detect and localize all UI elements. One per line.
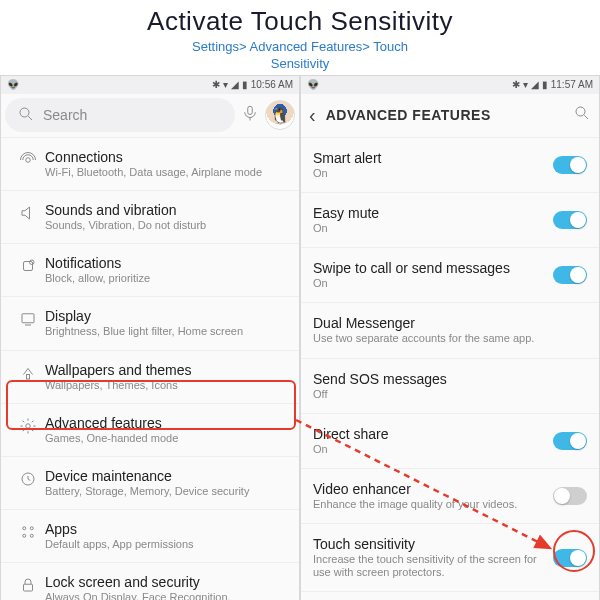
- breadcrumb: Settings> Advanced Features> Touch Sensi…: [0, 39, 600, 73]
- row-touch-sensitivity[interactable]: Touch sensitivityIncrease the touch sens…: [301, 524, 599, 592]
- svg-point-13: [30, 527, 33, 530]
- svg-line-18: [584, 116, 588, 120]
- row-notifications[interactable]: NotificationsBlock, allow, prioritize: [1, 244, 299, 297]
- tutorial-header: Activate Touch Sensitivity Settings> Adv…: [0, 0, 600, 75]
- svg-point-17: [576, 107, 585, 116]
- svg-point-0: [20, 108, 29, 117]
- svg-point-14: [23, 534, 26, 537]
- row-video-enhancer[interactable]: Video enhancerEnhance the image quality …: [301, 469, 599, 524]
- toggle-swipe-call[interactable]: [553, 266, 587, 284]
- row-easy-mute[interactable]: Easy muteOn: [301, 193, 599, 248]
- status-bar: 👽 ✱ ▾ ◢ ▮ 10:56 AM: [1, 76, 299, 94]
- row-device-maintenance[interactable]: Device maintenanceBattery, Storage, Memo…: [1, 457, 299, 510]
- bluetooth-icon: ✱: [512, 79, 520, 90]
- toggle-touch-sensitivity[interactable]: [553, 549, 587, 567]
- row-direct-share[interactable]: Direct shareOn: [301, 414, 599, 469]
- svg-point-12: [23, 527, 26, 530]
- search-icon[interactable]: [573, 104, 591, 126]
- signal-icon: ◢: [531, 79, 539, 90]
- row-advanced-features[interactable]: Advanced featuresGames, One-handed mode: [1, 404, 299, 457]
- search-input[interactable]: Search: [5, 98, 235, 132]
- screen-title: ADVANCED FEATURES: [326, 107, 573, 123]
- battery-icon: ▮: [242, 79, 248, 90]
- svg-rect-16: [24, 585, 33, 592]
- title-bar: ‹ ADVANCED FEATURES: [301, 94, 599, 138]
- settings-list: ConnectionsWi-Fi, Bluetooth, Data usage,…: [1, 138, 299, 600]
- display-icon: [11, 308, 45, 338]
- row-sounds[interactable]: Sounds and vibrationSounds, Vibration, D…: [1, 191, 299, 244]
- svg-point-4: [26, 158, 31, 163]
- svg-point-15: [30, 534, 33, 537]
- reddit-icon: 👽: [307, 79, 319, 90]
- back-button[interactable]: ‹: [309, 104, 316, 127]
- mic-icon[interactable]: [241, 104, 259, 126]
- sound-icon: [11, 202, 45, 232]
- svg-rect-7: [22, 314, 34, 323]
- advanced-icon: [11, 415, 45, 445]
- reddit-icon: 👽: [7, 79, 19, 90]
- status-bar: 👽 ✱ ▾ ◢ ▮ 11:57 AM: [301, 76, 599, 94]
- search-icon: [17, 105, 35, 126]
- features-list: Smart alertOn Easy muteOn Swipe to call …: [301, 138, 599, 600]
- status-time: 11:57 AM: [551, 79, 593, 90]
- row-display[interactable]: DisplayBrightness, Blue light filter, Ho…: [1, 297, 299, 350]
- wifi-icon: ▾: [523, 79, 528, 90]
- row-connections[interactable]: ConnectionsWi-Fi, Bluetooth, Data usage,…: [1, 138, 299, 191]
- bluetooth-icon: ✱: [212, 79, 220, 90]
- toggle-direct-share[interactable]: [553, 432, 587, 450]
- toggle-easy-mute[interactable]: [553, 211, 587, 229]
- status-time: 10:56 AM: [251, 79, 293, 90]
- wallpaper-icon: [11, 362, 45, 392]
- row-swipe-call[interactable]: Swipe to call or send messagesOn: [301, 248, 599, 303]
- page-title: Activate Touch Sensitivity: [0, 6, 600, 37]
- signal-icon: ◢: [231, 79, 239, 90]
- apps-icon: [11, 521, 45, 551]
- svg-point-10: [26, 423, 31, 428]
- lock-icon: [11, 574, 45, 600]
- svg-line-1: [28, 116, 32, 120]
- svg-point-6: [30, 260, 35, 265]
- screen-advanced-features: 👽 ✱ ▾ ◢ ▮ 11:57 AM ‹ ADVANCED FEATURES S…: [300, 75, 600, 600]
- row-send-sos[interactable]: Send SOS messagesOff: [301, 359, 599, 414]
- row-dual-messenger[interactable]: Dual MessengerUse two separate accounts …: [301, 303, 599, 358]
- row-lock-screen[interactable]: Lock screen and securityAlways On Displa…: [1, 563, 299, 600]
- svg-rect-5: [24, 262, 33, 271]
- avatar[interactable]: 🐧: [265, 100, 295, 130]
- row-apps[interactable]: AppsDefault apps, App permissions: [1, 510, 299, 563]
- row-wallpapers[interactable]: Wallpapers and themesWallpapers, Themes,…: [1, 351, 299, 404]
- toggle-video-enhancer[interactable]: [553, 487, 587, 505]
- svg-rect-2: [248, 107, 253, 115]
- connections-icon: [11, 149, 45, 179]
- maintenance-icon: [11, 468, 45, 498]
- battery-icon: ▮: [542, 79, 548, 90]
- row-smart-alert[interactable]: Smart alertOn: [301, 138, 599, 193]
- svg-rect-9: [27, 374, 30, 379]
- notifications-icon: [11, 255, 45, 285]
- screen-settings: 👽 ✱ ▾ ◢ ▮ 10:56 AM Search 🐧: [0, 75, 300, 600]
- search-bar: Search 🐧: [1, 94, 299, 138]
- wifi-icon: ▾: [223, 79, 228, 90]
- search-placeholder: Search: [43, 107, 87, 123]
- toggle-smart-alert[interactable]: [553, 156, 587, 174]
